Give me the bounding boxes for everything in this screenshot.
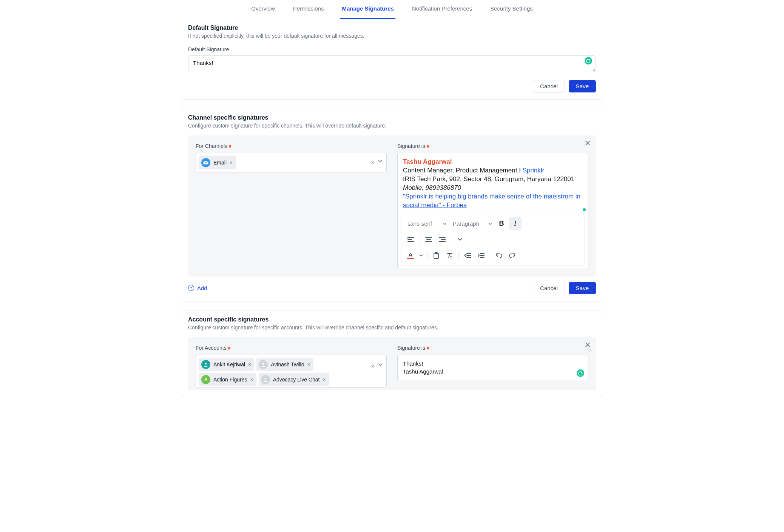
font-color-button[interactable]: A <box>404 249 417 262</box>
tab-security-settings[interactable]: Security Settings <box>489 0 534 19</box>
tab-permissions[interactable]: Permissions <box>292 0 326 19</box>
account-sig-panel: For Accounts Ankit Kejriwal × A <box>188 337 596 390</box>
required-indicator <box>228 347 230 349</box>
account-sig-title: Account specific signatures <box>188 316 596 323</box>
default-sig-field-label: Default Signature <box>188 46 596 52</box>
account-chip: Avinash Twilio × <box>256 358 313 371</box>
svg-point-4 <box>205 363 207 364</box>
default-signature-card: Default Signature If not specified expli… <box>181 25 603 100</box>
chevron-down-icon <box>443 223 447 225</box>
close-icon[interactable] <box>585 140 591 146</box>
toolbar-separator <box>427 251 427 260</box>
sig-name: Tashu Aggarwal <box>403 158 583 166</box>
chip-label: Action Figures <box>213 377 247 383</box>
rte-toolbar: sans-serif Paragraph <box>401 214 584 265</box>
close-icon[interactable] <box>585 342 591 348</box>
for-channels-label: For Channels <box>196 143 387 149</box>
default-sig-textarea[interactable] <box>188 55 596 72</box>
tab-overview[interactable]: Overview <box>250 0 276 19</box>
email-icon <box>201 158 210 167</box>
grammarly-icon[interactable] <box>585 57 592 65</box>
bold-button[interactable]: B <box>495 217 508 230</box>
sig-line: Tashu Aggarwal <box>403 367 583 375</box>
clear-format-button[interactable] <box>443 249 456 262</box>
align-left-button[interactable] <box>404 233 417 246</box>
save-button[interactable]: Save <box>569 282 596 294</box>
signature-is-label: Signature is <box>397 143 588 149</box>
toolbar-separator <box>490 251 490 260</box>
tabs-bar: Overview Permissions Manage Signatures N… <box>0 0 784 19</box>
account-chip: A Action Figures × <box>199 373 256 386</box>
tab-manage-signatures[interactable]: Manage Signatures <box>340 0 395 19</box>
toolbar-separator <box>451 235 451 244</box>
align-right-button[interactable] <box>436 233 449 246</box>
clear-all-icon[interactable]: × <box>370 363 375 370</box>
chevron-down-icon[interactable] <box>377 363 383 370</box>
for-channels-picker[interactable]: Email × × <box>196 153 387 172</box>
font-family-select[interactable]: sans-serif <box>404 219 449 228</box>
signature-editor[interactable]: Tashu Aggarwal Content Manager, Product … <box>397 153 588 269</box>
required-indicator <box>427 347 429 349</box>
more-align-button[interactable] <box>454 233 466 246</box>
font-color-dropdown[interactable] <box>417 249 425 262</box>
channel-sig-panel: For Channels Email × × <box>188 135 596 277</box>
add-channel-sig-button[interactable]: + Add <box>188 285 207 291</box>
paste-button[interactable] <box>430 249 443 262</box>
chip-label: Advocacy Live Chat <box>273 377 320 383</box>
sig-mobile: Mobile: 9899386870 <box>403 184 583 192</box>
italic-button[interactable]: I <box>509 217 522 230</box>
redo-button[interactable] <box>506 249 519 262</box>
chip-remove-icon[interactable]: × <box>307 361 310 367</box>
sig-company-link[interactable]: Sprinklr <box>521 167 544 174</box>
outdent-button[interactable] <box>461 249 474 262</box>
sig-quote-link[interactable]: "Sprinklr is helping big brands make sen… <box>403 193 580 209</box>
chip-remove-icon[interactable]: × <box>248 361 251 367</box>
align-center-button[interactable] <box>422 233 435 246</box>
required-indicator <box>427 145 429 148</box>
toolbar-separator <box>458 251 459 260</box>
signature-is-label: Signature is <box>397 345 588 351</box>
avatar-icon <box>201 360 210 369</box>
grammarly-icon[interactable] <box>577 369 584 377</box>
svg-rect-1 <box>407 237 409 238</box>
clear-all-icon[interactable]: × <box>370 159 375 166</box>
tab-notification-preferences[interactable]: Notification Preferences <box>411 0 474 19</box>
account-chip: Advocacy Live Chat × <box>259 373 329 386</box>
paragraph-style-select[interactable]: Paragraph <box>450 219 494 228</box>
chip-label: Avinash Twilio <box>271 361 304 367</box>
plus-circle-icon: + <box>188 285 194 291</box>
grammarly-dot <box>583 208 586 211</box>
channel-chip-email: Email × <box>199 156 236 169</box>
required-indicator <box>229 145 231 148</box>
indent-button[interactable] <box>475 249 488 262</box>
avatar-icon <box>259 360 268 369</box>
default-sig-subtitle: If not specified explicitly, this will b… <box>188 33 596 39</box>
default-sig-title: Default Signature <box>188 25 596 31</box>
chip-label: Email <box>213 160 227 166</box>
channel-sig-title: Channel specific signatures <box>188 114 596 121</box>
toolbar-separator <box>420 235 420 244</box>
for-accounts-picker[interactable]: Ankit Kejriwal × Avinash Twilio × A Acti… <box>196 355 387 388</box>
account-chip: Ankit Kejriwal × <box>199 358 254 371</box>
chip-remove-icon[interactable]: × <box>250 377 253 383</box>
svg-point-6 <box>264 378 266 380</box>
sig-role-line: Content Manager, Product Management I Sp… <box>403 166 583 175</box>
account-signature-editor[interactable]: Thanks! Tashu Aggarwal <box>397 355 588 380</box>
chip-remove-icon[interactable]: × <box>230 160 233 166</box>
channel-sig-subtitle: Configure custom signature for specific … <box>188 123 596 129</box>
chip-remove-icon[interactable]: × <box>323 377 326 383</box>
chevron-down-icon[interactable] <box>377 159 383 166</box>
sig-line: Thanks! <box>403 360 583 367</box>
undo-button[interactable] <box>492 249 505 262</box>
avatar-icon: A <box>201 375 210 384</box>
avatar-icon <box>261 375 270 384</box>
channel-signatures-card: Channel specific signatures Configure cu… <box>181 109 603 301</box>
cancel-button[interactable]: Cancel <box>533 282 565 294</box>
svg-point-5 <box>262 363 264 364</box>
signature-content[interactable]: Tashu Aggarwal Content Manager, Product … <box>398 153 588 213</box>
chip-label: Ankit Kejriwal <box>213 361 245 367</box>
for-accounts-label: For Accounts <box>196 345 387 351</box>
cancel-button[interactable]: Cancel <box>533 80 565 92</box>
save-button[interactable]: Save <box>569 80 596 92</box>
chevron-down-icon <box>488 223 492 225</box>
